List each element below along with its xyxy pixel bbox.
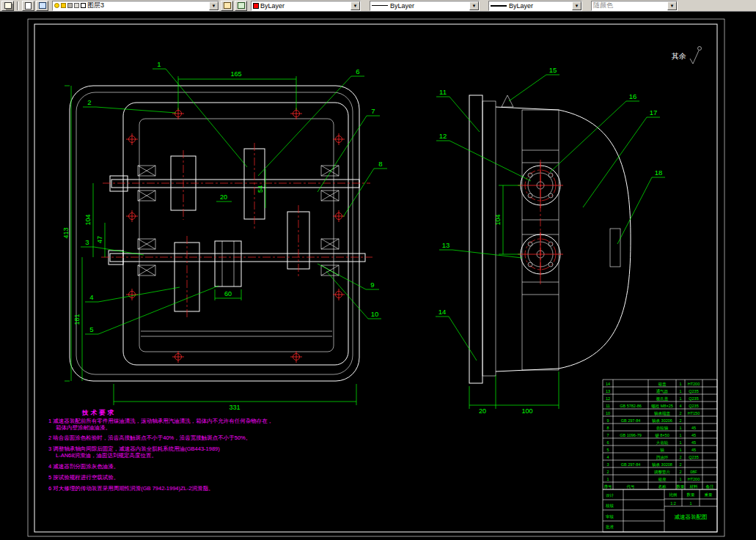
dim-20-side: 20 — [479, 407, 486, 415]
side-view — [469, 95, 631, 383]
tech-note-line: 5 按试验规程进行空载试验。 — [48, 474, 119, 481]
callout-13: 13 — [439, 241, 522, 258]
lineweight-value: ByLayer — [509, 2, 570, 10]
bom-cell: 挡油环 — [656, 455, 669, 460]
layer-name: 图层3 — [87, 1, 208, 10]
bom-cell: 2 — [679, 470, 681, 474]
bom-cell: GB 297-84 — [621, 418, 641, 423]
chevron-down-icon[interactable]: ▼ — [209, 1, 219, 10]
chevron-down-icon: ▼ — [667, 1, 677, 10]
tech-note-line: L-AN68润滑油，油面达到规定高度位置。 — [56, 452, 157, 459]
roughness-symbol-icon — [690, 51, 699, 64]
callout-15: 15 — [509, 66, 559, 101]
callouts: 123456789101112131415161718 — [81, 60, 665, 360]
bom-cell: 大齿轮 — [656, 440, 669, 445]
layer-previous-icon — [238, 2, 245, 9]
object-properties-toolbar: 图层3 ▼ ByLayer ▼ ByLayer ▼ ByLayer ▼ 随颜色 … — [0, 0, 756, 12]
tech-note-line: 箱体内壁涂耐油油漆。 — [56, 424, 111, 431]
linetype-value: ByLayer — [390, 2, 468, 10]
bom-cell: 4 — [606, 455, 609, 459]
bom-cell: 轴承 30208 — [652, 462, 672, 467]
dim-54: 54 — [257, 185, 264, 193]
bearing-icon — [321, 239, 339, 249]
make-object-layer-current-button[interactable] — [221, 1, 233, 11]
callout-number: 1 — [157, 60, 161, 68]
layer-manager-button[interactable] — [22, 1, 34, 11]
bom-header-cell: 数量 — [677, 484, 686, 489]
chevron-down-icon[interactable]: ▼ — [469, 1, 479, 10]
callout-number: 3 — [85, 238, 89, 246]
front-view — [70, 86, 373, 381]
bom-cell: HT200 — [688, 477, 700, 481]
bom-cell: GB 297-84 — [621, 462, 641, 467]
layers-dialog-button[interactable] — [1, 1, 14, 11]
bearing-icon — [138, 265, 155, 275]
bolt-hole-icon — [172, 351, 184, 363]
layer-freeze-icon[interactable] — [61, 3, 66, 8]
bearing-icon — [321, 166, 339, 176]
layer-previous-button[interactable] — [235, 1, 247, 11]
drawing-title: 减速器装配图 — [675, 514, 708, 520]
bearing-icon — [321, 191, 339, 201]
bom-cell: 9 — [606, 418, 609, 423]
layer-states-button[interactable] — [36, 1, 48, 11]
bom-cell: 1 — [679, 382, 681, 386]
bom-header-cell: 名称 — [658, 484, 667, 489]
callout-5: 5 — [85, 286, 219, 334]
lineweight-sample-icon — [491, 5, 507, 7]
callout-number: 6 — [356, 67, 359, 75]
approver-label: 批准 — [606, 525, 614, 530]
bom-cell: 齿轮轴 — [656, 426, 669, 431]
bom-cell: GB 1096-79 — [620, 433, 642, 437]
dim-104-side: 104 — [494, 214, 502, 225]
chevron-down-icon[interactable]: ▼ — [572, 1, 581, 10]
bom-cell: 1 — [679, 448, 681, 452]
qty-label: 数量 — [687, 492, 696, 497]
bolt-hole-icon — [333, 133, 345, 145]
tech-note-line: 6 对大修理的传动装置采用周期性润滑(GB 7942-1994)ZL-2润滑脂。 — [48, 485, 213, 492]
bom-cell: 45 — [691, 448, 696, 452]
callout-number: 13 — [442, 241, 450, 249]
chevron-down-icon[interactable]: ▼ — [351, 1, 360, 10]
callout-8: 8 — [343, 160, 387, 217]
layer-on-icon[interactable] — [54, 3, 59, 8]
dim-165: 165 — [230, 70, 241, 78]
dim-100-side: 100 — [521, 407, 532, 415]
toolbar-separator — [17, 1, 19, 10]
bom-cell: 键 8×50 — [655, 433, 669, 438]
layer-plot-icon[interactable] — [74, 3, 79, 8]
tech-notes: 技术要求 1 减速器装配前所有零件用煤油清洗，滚动轴承用汽油清洗，箱体内不允许有… — [48, 409, 273, 492]
bom-table: 14箱盖1HT20013通气器1Q23512视孔盖1Q23511GB 5782-… — [603, 380, 717, 489]
dimensions: 165 413 104 47 181 331 60 20 54 10 — [62, 70, 559, 415]
linetype-sample-icon — [372, 5, 388, 6]
layer-combo[interactable]: 图层3 ▼ — [52, 1, 219, 11]
plotstyle-combo: 随颜色 ▼ — [591, 1, 678, 11]
oil-gauge — [610, 229, 620, 267]
callout-16: 16 — [550, 92, 639, 172]
bom-header-cell: 材料 — [689, 484, 699, 489]
bom-cell: 1 — [679, 426, 681, 430]
bom-cell: 1 — [679, 440, 681, 445]
bom-cell: 轴承端盖 — [654, 411, 671, 416]
bom-cell: 视孔盖 — [656, 396, 669, 402]
color-value: ByLayer — [260, 2, 349, 10]
bom-cell: 1 — [679, 396, 681, 401]
lineweight-combo[interactable]: ByLayer ▼ — [488, 1, 582, 11]
bom-header-cell: 序号 — [604, 484, 613, 489]
callout-11: 11 — [436, 88, 480, 132]
qty-value: 1 — [689, 501, 691, 506]
dim-47: 47 — [96, 236, 103, 243]
upper-shaft — [111, 180, 359, 188]
bom-cell: 45 — [691, 433, 696, 437]
color-combo[interactable]: ByLayer ▼ — [251, 1, 361, 11]
layer-lock-icon[interactable] — [67, 3, 73, 8]
bom-cell: 6 — [606, 440, 609, 445]
bolt-hole-icon — [126, 210, 138, 222]
bom-cell: 12 — [606, 396, 610, 401]
bom-cell: 10 — [606, 411, 610, 415]
shaft-hub — [110, 176, 128, 191]
drawing-canvas[interactable]: 其余 — [0, 12, 756, 540]
vent-plug — [502, 95, 513, 107]
layer-states-icon — [39, 2, 46, 9]
linetype-combo[interactable]: ByLayer ▼ — [370, 1, 480, 11]
